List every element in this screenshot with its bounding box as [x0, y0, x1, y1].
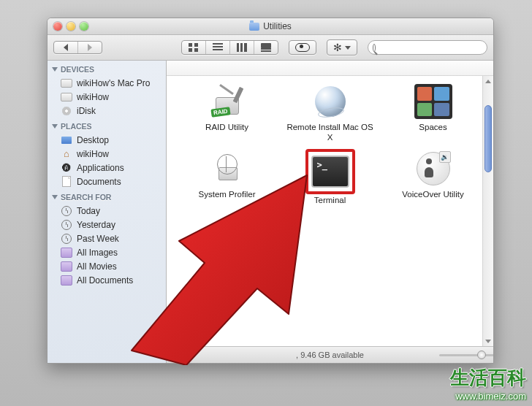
clock-icon: [61, 234, 72, 244]
watermark-text: 生活百科: [450, 365, 526, 391]
icon-view-button[interactable]: [182, 41, 206, 54]
scroll-thumb[interactable]: [484, 105, 492, 172]
back-button[interactable]: [54, 42, 78, 53]
finder-window: Utilities ✻ DEVICESwikiHow's Mac Pr: [47, 18, 494, 364]
disclosure-triangle-icon: [52, 124, 58, 129]
home-icon: ⌂: [61, 149, 72, 159]
doc-icon: [61, 177, 72, 187]
sidebar-item-label: iDisk: [77, 106, 96, 116]
sidebar-item-label: wikiHow: [77, 149, 109, 159]
smart-icon: [61, 261, 72, 272]
sidebar-item[interactable]: Desktop: [48, 133, 166, 147]
status-text: , 9.46 GB available: [296, 351, 364, 359]
sidebar-section-header[interactable]: DEVICES: [48, 61, 166, 76]
file-item[interactable]: Remote Install Mac OS X: [281, 83, 379, 143]
window-controls: [53, 22, 88, 31]
gear-icon: ✻: [333, 42, 342, 53]
search-input[interactable]: [368, 40, 487, 55]
sidebar-section-label: SEARCH FOR: [61, 193, 111, 202]
content-pane: RAIDRAID UtilityRemote Install Mac OS XS…: [167, 61, 493, 363]
smart-icon: [61, 248, 72, 258]
file-item[interactable]: RAIDRAID Utility: [178, 83, 276, 143]
list-view-button[interactable]: [206, 41, 230, 54]
titlebar[interactable]: Utilities: [48, 18, 493, 35]
scroll-down-button[interactable]: [483, 336, 493, 346]
sidebar-item-label: Applications: [77, 163, 124, 173]
file-item-label: Terminal: [314, 196, 346, 206]
clock-icon: [61, 206, 72, 216]
sidebar-item-label: wikiHow's Mac Pro: [77, 78, 150, 88]
coverflow-view-button[interactable]: [254, 41, 278, 54]
close-button[interactable]: [53, 22, 62, 31]
sidebar-item[interactable]: Documents: [48, 175, 166, 188]
spaces-icon: [413, 83, 454, 120]
eye-icon: [295, 43, 310, 52]
sidebar-item[interactable]: wikiHow: [48, 90, 166, 104]
sidebar-item-label: Past Week: [77, 234, 119, 244]
sidebar-section-label: DEVICES: [61, 65, 94, 74]
sidebar-item[interactable]: Today: [48, 204, 166, 218]
zoom-button[interactable]: [80, 22, 88, 31]
file-item[interactable]: 🔉VoiceOver Utility: [384, 150, 482, 206]
terminal-icon: [307, 150, 354, 193]
window-title: Utilities: [48, 21, 493, 31]
sidebar-section-label: PLACES: [61, 122, 92, 131]
sidebar-item-label: All Movies: [77, 261, 117, 272]
sidebar: DEVICESwikiHow's Mac ProwikiHowiDiskPLAC…: [48, 61, 167, 363]
sidebar-item-label: wikiHow: [77, 92, 109, 102]
minimize-button[interactable]: [66, 22, 75, 31]
sidebar-item[interactable]: ⌂wikiHow: [48, 147, 166, 161]
quicklook-button[interactable]: [289, 40, 316, 55]
disc-icon: [61, 106, 72, 116]
profiler-icon: [207, 150, 248, 187]
sidebar-item[interactable]: All Documents: [48, 273, 166, 287]
sidebar-item-label: Desktop: [77, 135, 109, 145]
sidebar-item-label: Yesterday: [77, 220, 115, 230]
file-item-label: Spaces: [419, 123, 446, 133]
sidebar-item[interactable]: All Movies: [48, 259, 166, 273]
folder-icon: [249, 23, 259, 31]
sidebar-item[interactable]: wikiHow's Mac Pro: [48, 76, 166, 90]
icon-size-slider[interactable]: [439, 353, 486, 357]
toolbar: ✻: [48, 35, 493, 61]
forward-button[interactable]: [78, 42, 102, 53]
sidebar-item[interactable]: iDisk: [48, 104, 166, 118]
file-item-label: System Profiler: [199, 190, 256, 200]
sidebar-item[interactable]: 🅐Applications: [48, 161, 166, 175]
disclosure-triangle-icon: [52, 67, 58, 72]
sidebar-item[interactable]: All Images: [48, 245, 166, 259]
smart-icon: [61, 275, 72, 286]
search-icon: [373, 44, 376, 52]
list-view-icon: [213, 43, 223, 52]
disclosure-triangle-icon: [52, 195, 58, 199]
search-container: [368, 40, 487, 55]
globe-icon: [310, 83, 351, 120]
clock-icon: [61, 220, 72, 230]
scroll-up-button[interactable]: [483, 76, 493, 86]
sidebar-item[interactable]: Past Week: [48, 231, 166, 245]
sidebar-item-label: All Documents: [77, 275, 133, 286]
sidebar-item[interactable]: Yesterday: [48, 218, 166, 231]
voiceover-icon: 🔉: [413, 150, 454, 187]
sidebar-item-label: Today: [77, 206, 100, 216]
sidebar-item-label: All Images: [77, 248, 118, 258]
window-title-text: Utilities: [263, 21, 292, 31]
file-item[interactable]: System Profiler: [178, 150, 276, 206]
sidebar-section-header[interactable]: PLACES: [48, 118, 166, 133]
icon-area[interactable]: RAIDRAID UtilityRemote Install Mac OS XS…: [167, 76, 493, 346]
app-icon: 🅐: [61, 163, 72, 173]
file-item[interactable]: Spaces: [384, 83, 482, 143]
file-item-label: VoiceOver Utility: [402, 190, 463, 200]
sidebar-item-label: Documents: [77, 177, 121, 187]
action-menu-button[interactable]: ✻: [327, 39, 357, 55]
status-bar: , 9.46 GB available: [167, 346, 493, 363]
drive-icon: [61, 78, 72, 88]
sidebar-section-header[interactable]: SEARCH FOR: [48, 188, 166, 204]
file-item[interactable]: Terminal: [281, 150, 379, 206]
watermark-url: www.bimeiz.com: [450, 391, 526, 402]
column-view-button[interactable]: [230, 41, 254, 54]
watermark: 生活百科 www.bimeiz.com: [450, 365, 526, 402]
file-item-label: RAID Utility: [205, 123, 248, 133]
vertical-scrollbar[interactable]: [482, 76, 493, 346]
search-field[interactable]: [379, 42, 482, 53]
